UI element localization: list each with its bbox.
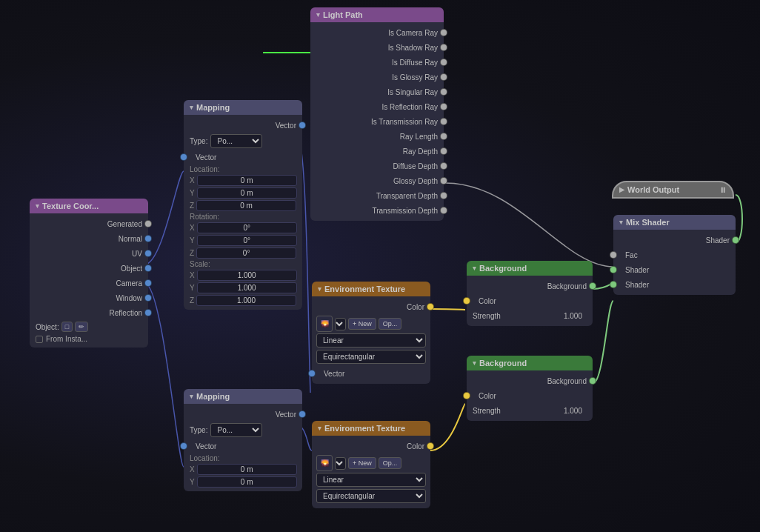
- et2-equirect-select[interactable]: Equirectangular: [316, 489, 426, 503]
- et1-linear-select[interactable]: Linear: [316, 333, 426, 348]
- texture-coord-body: Generated Normal UV Object Camera Window…: [30, 213, 148, 348]
- lp-transdepth-label: Transparent Depth: [376, 192, 438, 200]
- lp-glossy-socket[interactable]: [440, 73, 447, 81]
- tc-object-label: Object: [121, 265, 142, 273]
- m1-loc-y-label: Y: [190, 189, 195, 197]
- tc-obj-btn2[interactable]: ✏: [75, 322, 88, 332]
- world-output-pause-icon[interactable]: ⏸: [719, 186, 727, 194]
- m1-vector-out-socket[interactable]: [299, 122, 306, 129]
- et1-open-btn[interactable]: Op...: [379, 318, 402, 330]
- light-path-node: ▾ Light Path Is Camera Ray Is Shadow Ray…: [310, 7, 444, 221]
- lp-transdepth-socket[interactable]: [440, 192, 447, 199]
- m1-scale-x-input[interactable]: [197, 270, 297, 281]
- lp-transmission-label: Is Transmission Ray: [371, 118, 438, 126]
- et1-equirect-row: Equirectangular: [312, 350, 430, 366]
- tc-obj-btn1[interactable]: □: [61, 322, 73, 332]
- env-tex1-body: Color 🌄 ▾ + New Op... Linear Equirectang…: [312, 296, 430, 384]
- ms-shader-out-socket[interactable]: [732, 236, 739, 244]
- et1-color-out-socket[interactable]: [427, 303, 434, 310]
- tc-normal-socket[interactable]: [144, 235, 152, 242]
- m1-vector-out-row: Vector: [184, 118, 302, 133]
- et2-linear-select[interactable]: Linear: [316, 473, 426, 487]
- et2-img-select[interactable]: ▾: [335, 457, 346, 470]
- lp-reflection-socket[interactable]: [440, 103, 447, 110]
- lp-diffuse-socket[interactable]: [440, 59, 447, 66]
- mix-shader-header[interactable]: ▾ Mix Shader: [613, 215, 736, 230]
- tc-from-insta-checkbox[interactable]: [36, 336, 43, 343]
- m1-rot-x-input[interactable]: [197, 222, 297, 233]
- m1-scale-x-row: X: [184, 269, 302, 282]
- ms-fac-label: Fac: [625, 251, 638, 259]
- env-tex2-node: ▾ Environment Texture Color 🌄 ▾ + New Op…: [312, 421, 430, 508]
- ms-shader2-socket[interactable]: [610, 281, 617, 288]
- bg2-color-socket[interactable]: [463, 392, 470, 399]
- mapping1-header[interactable]: ▾ Mapping: [184, 100, 302, 115]
- m1-rot-z-input[interactable]: [196, 247, 296, 259]
- ms-shader1-label: Shader: [625, 266, 649, 274]
- texture-coord-header[interactable]: ▾ Texture Coor...: [30, 199, 148, 213]
- m2-loc-x-label: X: [190, 465, 195, 473]
- lp-transmission-row: Is Transmission Ray: [310, 114, 444, 129]
- m1-loc-x-input[interactable]: [197, 175, 297, 186]
- et1-img-btn[interactable]: 🌄: [316, 316, 333, 332]
- bg2-header[interactable]: ▾ Background: [467, 356, 593, 370]
- m1-scale-z-label: Z: [190, 296, 194, 305]
- lp-singular-socket[interactable]: [440, 88, 447, 96]
- m2-vector-in-row: Vector: [184, 439, 302, 453]
- light-path-header[interactable]: ▾ Light Path: [310, 7, 444, 22]
- m2-loc-x-input[interactable]: [197, 464, 297, 475]
- m2-vector-out-socket[interactable]: [299, 410, 306, 418]
- bg1-header[interactable]: ▾ Background: [467, 261, 593, 276]
- lp-shadow-label: Is Shadow Ray: [388, 44, 438, 52]
- m1-loc-z-row: Z: [184, 199, 302, 212]
- lp-raydepth-socket[interactable]: [440, 147, 447, 155]
- bg2-strength-value: 1.000: [564, 407, 582, 415]
- bg2-background-out-socket[interactable]: [589, 377, 596, 385]
- tc-generated-socket[interactable]: [144, 220, 152, 227]
- tc-uv-socket[interactable]: [144, 250, 152, 257]
- lp-shadow-socket[interactable]: [440, 44, 447, 51]
- env-tex1-header[interactable]: ▾ Environment Texture: [312, 282, 430, 296]
- m2-vector-in-socket[interactable]: [180, 442, 187, 450]
- ms-shader1-socket[interactable]: [610, 266, 617, 273]
- tc-camera-socket[interactable]: [144, 279, 152, 287]
- tc-object-socket[interactable]: [144, 265, 152, 272]
- m2-loc-y-input[interactable]: [197, 476, 297, 488]
- lp-raydepth-row: Ray Depth: [310, 144, 444, 159]
- et1-new-btn[interactable]: + New: [348, 318, 376, 330]
- m1-loc-y-input[interactable]: [197, 187, 297, 199]
- env-tex2-header[interactable]: ▾ Environment Texture: [312, 421, 430, 436]
- et2-color-out-socket[interactable]: [427, 442, 434, 450]
- tc-from-insta-label: From Insta...: [46, 335, 87, 343]
- m1-type-select[interactable]: Po...: [210, 134, 262, 148]
- lp-raylength-socket[interactable]: [440, 133, 447, 140]
- bg1-background-out-socket[interactable]: [589, 282, 596, 290]
- ms-fac-socket[interactable]: [610, 251, 617, 259]
- tc-reflection-row: Reflection: [30, 305, 148, 320]
- m2-type-select[interactable]: Po...: [210, 423, 262, 437]
- bg2-body: Background Color Strength 1.000: [467, 370, 593, 421]
- lp-transmission-socket[interactable]: [440, 118, 447, 125]
- lp-camera-socket[interactable]: [440, 29, 447, 36]
- tc-reflection-socket[interactable]: [144, 309, 152, 316]
- m2-vector-out-label: Vector: [276, 410, 296, 419]
- lp-glossydepth-socket[interactable]: [440, 177, 447, 184]
- tc-window-socket[interactable]: [144, 294, 152, 302]
- m1-vector-in-socket[interactable]: [180, 153, 187, 161]
- m1-scale-z-input[interactable]: [196, 295, 296, 306]
- lp-diffusedepth-label: Diffuse Depth: [393, 162, 438, 170]
- et2-new-btn[interactable]: + New: [348, 457, 376, 469]
- et2-img-btn[interactable]: 🌄: [316, 455, 333, 471]
- et1-img-select[interactable]: ▾: [335, 318, 346, 330]
- lp-diffusedepth-socket[interactable]: [440, 162, 447, 170]
- bg1-color-socket[interactable]: [463, 297, 470, 305]
- m1-rot-y-input[interactable]: [197, 235, 297, 246]
- world-output-header[interactable]: ▶ World Output ⏸: [612, 181, 734, 199]
- m1-loc-z-input[interactable]: [196, 200, 296, 211]
- m1-scale-y-input[interactable]: [197, 282, 297, 293]
- mapping2-header[interactable]: ▾ Mapping: [184, 389, 302, 404]
- et1-vector-socket[interactable]: [308, 370, 316, 377]
- et1-equirect-select[interactable]: Equirectangular: [316, 350, 426, 364]
- lp-transmissdepth-socket[interactable]: [440, 207, 447, 214]
- et2-open-btn[interactable]: Op...: [379, 457, 402, 469]
